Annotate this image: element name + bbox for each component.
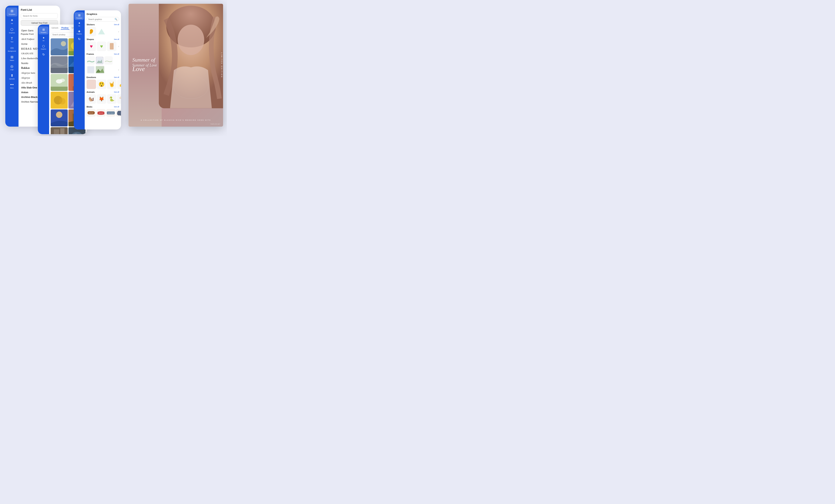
photo-item[interactable]	[51, 127, 68, 134]
sidebar-label: Fill	[79, 25, 80, 27]
photo-item[interactable]	[51, 56, 68, 73]
sidebar-item-more[interactable]: ••• More	[6, 81, 17, 90]
sidebar-item-label: Background	[8, 50, 16, 52]
photos-sidebar-fill[interactable]: ✦ Fill	[39, 35, 48, 43]
blob-text2-svg: DRAGON	[97, 109, 105, 116]
font-panel-title: Font List	[21, 8, 58, 11]
bone-emoji: 🦴	[119, 97, 121, 102]
sidebar-item-templates[interactable]: ⊞ Templates	[6, 7, 17, 17]
logo-icon: ◎	[11, 64, 14, 68]
blob-text3-svg: INSERT TAGLINE	[107, 109, 115, 116]
font-name-label: Libre Baskerville	[21, 57, 38, 60]
emotion-thumbs[interactable]: 👍	[117, 80, 121, 89]
fill-icon: ✦	[11, 18, 14, 22]
animals-title: Animals	[86, 91, 95, 93]
graphics-sb-rotate[interactable]: ↻	[75, 36, 84, 42]
photo-item[interactable]	[51, 74, 68, 91]
emotion-rockon[interactable]: 🤘	[107, 80, 117, 89]
emotions-see-all[interactable]: See all	[114, 76, 119, 78]
photos-sidebar-graphics[interactable]: ⬡ Graphics	[39, 43, 48, 51]
stickers-items: 👂 ›	[86, 27, 119, 36]
svg-point-12	[60, 79, 65, 82]
frames-title: Frames	[86, 53, 94, 55]
photo-item[interactable]	[51, 92, 68, 109]
svg-rect-26	[54, 129, 59, 134]
shapes-title: Shapes	[86, 38, 94, 40]
sidebar-item-label: Logo	[10, 69, 14, 70]
svg-point-18	[59, 98, 66, 105]
frame-item-mountain[interactable]	[96, 65, 104, 74]
emotions-header: Emotions See all	[86, 76, 119, 79]
blobs-see-all[interactable]: See all	[114, 106, 119, 108]
sidebar-item-text[interactable]: T Text	[6, 35, 17, 44]
photo-item[interactable]	[51, 109, 68, 126]
shapes-header: Shapes See all	[86, 38, 119, 40]
photo-item[interactable]	[51, 38, 68, 55]
blob-item-4[interactable]	[116, 109, 121, 117]
animal-snake[interactable]: 🐍	[107, 94, 117, 104]
graphics-sb-fill[interactable]: ✦ Fill	[75, 20, 84, 28]
shapes-see-all[interactable]: See all	[114, 38, 119, 40]
stickers-see-all[interactable]: See all	[114, 24, 119, 25]
emotion-shocked[interactable]: 😲	[97, 80, 106, 89]
shape-heart-green[interactable]: ♥	[97, 42, 106, 51]
shapes-items: ♥ ♥ ›	[86, 42, 119, 51]
templates-icon: ⊞	[78, 14, 81, 17]
shape-heart-pink[interactable]: ♥	[86, 42, 96, 51]
graphics-sb-templates[interactable]: ⊞ Templates	[75, 12, 84, 20]
frame-item-1[interactable]	[86, 56, 95, 65]
animals-see-all[interactable]: See all	[114, 91, 119, 93]
sidebar-item-label: More	[10, 87, 14, 89]
font-name-label: Alfa Slab One	[21, 86, 37, 89]
sticker-item-2[interactable]	[97, 27, 106, 36]
graphics-search-input[interactable]	[88, 18, 114, 20]
photos-sidebar-templates[interactable]: ⊞ Templates	[39, 26, 48, 35]
graphics-panel: ⊞ Templates ✦ Fill ◈ Graphics ↻ Graphics…	[74, 10, 121, 129]
frame-item-4[interactable]	[86, 66, 95, 74]
frames-section: Frames See all	[86, 53, 119, 74]
tab-uploads[interactable]: Uploads	[51, 26, 59, 30]
sidebar-item-logo[interactable]: ◎ Logo	[6, 63, 17, 72]
graphics-icon: ⬡	[42, 44, 45, 48]
blob-item-2[interactable]: DRAGON	[97, 109, 105, 117]
svg-point-1	[61, 41, 66, 46]
animal-bone[interactable]: 🦴	[117, 94, 121, 104]
animal-squirrel[interactable]: 🐿️	[86, 94, 96, 104]
frames-see-all[interactable]: See all	[114, 53, 119, 55]
animals-items: 🐿️ 🦊 🐍 🦴 ›	[86, 94, 119, 104]
graphics-icon: ⬡	[11, 27, 14, 31]
animal-fox[interactable]: 🦊	[97, 94, 106, 104]
stickers-arrow[interactable]: ›	[118, 30, 119, 33]
emotion-blank[interactable]	[86, 80, 96, 89]
templates-icon: ⊞	[42, 28, 45, 31]
frame-item-2[interactable]	[96, 56, 104, 65]
blob-item-1[interactable]: DRAGON	[86, 109, 96, 117]
fill-icon: ✦	[78, 21, 81, 25]
font-name-label: Acme	[21, 43, 27, 45]
frames-arrow[interactable]: ›	[118, 68, 119, 71]
sidebar-item-graphics[interactable]: ⬡ Graphics	[6, 26, 17, 35]
sidebar-item-uploads[interactable]: ⬆ Uploads	[6, 72, 17, 81]
tab-pixabay[interactable]: Pixabay	[61, 26, 69, 30]
blobs-section: Blobs See all DRAGON DRAGON	[86, 106, 119, 117]
blob-item-3[interactable]: INSERT TAGLINE	[106, 109, 115, 117]
font-panel-sidebar: ⊞ Templates ✦ Fill ⬡ Graphics T Text ▭ B…	[5, 6, 19, 127]
sidebar-item-tables[interactable]: ⊞ Tables	[6, 54, 17, 63]
shapes-arrow[interactable]: ›	[118, 45, 119, 48]
sidebar-item-fill[interactable]: ✦ Fill	[6, 17, 17, 26]
svg-text:Love: Love	[132, 65, 145, 72]
shocked-emoji: 😲	[99, 81, 104, 87]
graphics-sb-graphics[interactable]: ◈ Graphics	[75, 28, 84, 36]
script-text-svg: Summer of Love	[130, 53, 191, 76]
frame-svg	[87, 66, 94, 73]
font-search-input[interactable]	[21, 13, 58, 19]
photos-sidebar-rotate[interactable]: ↻	[39, 51, 48, 58]
font-name-label: Alegreya Sans	[21, 71, 35, 75]
frame-item-3[interactable]	[104, 56, 113, 65]
sidebar-item-background[interactable]: ▭ Background	[6, 44, 17, 53]
rockon-emoji: 🤘	[109, 81, 115, 87]
heart-green-icon: ♥	[100, 43, 103, 49]
sticker-item-1[interactable]: 👂	[86, 27, 96, 36]
shape-rect-beige[interactable]	[107, 42, 117, 51]
emotions-items: 😲 🤘 👍 ›	[86, 80, 119, 89]
